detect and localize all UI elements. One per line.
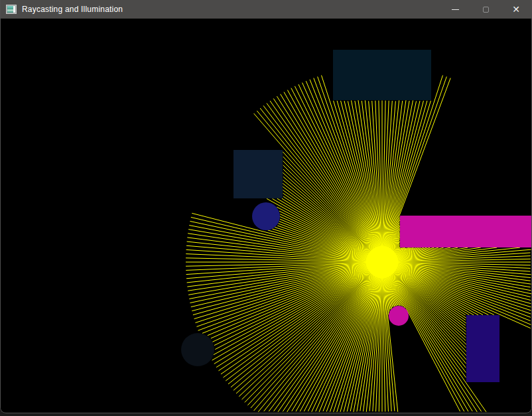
- close-button[interactable]: ✕: [501, 0, 531, 19]
- app-icon-panel: [13, 6, 15, 13]
- maximize-button[interactable]: [470, 0, 501, 19]
- app-icon-screen: [7, 6, 13, 13]
- window-title: Raycasting and Illumination: [22, 5, 123, 14]
- title-bar[interactable]: Raycasting and Illumination ✕: [1, 0, 531, 19]
- maximize-icon: [483, 7, 489, 13]
- raycasting-canvas[interactable]: [1, 19, 531, 412]
- minimize-icon: [452, 9, 459, 10]
- minimize-button[interactable]: [440, 0, 470, 19]
- desktop-background: Raycasting and Illumination ✕: [0, 0, 532, 416]
- app-icon: [6, 5, 17, 14]
- app-window: Raycasting and Illumination ✕: [0, 0, 532, 413]
- window-controls: ✕: [440, 0, 531, 19]
